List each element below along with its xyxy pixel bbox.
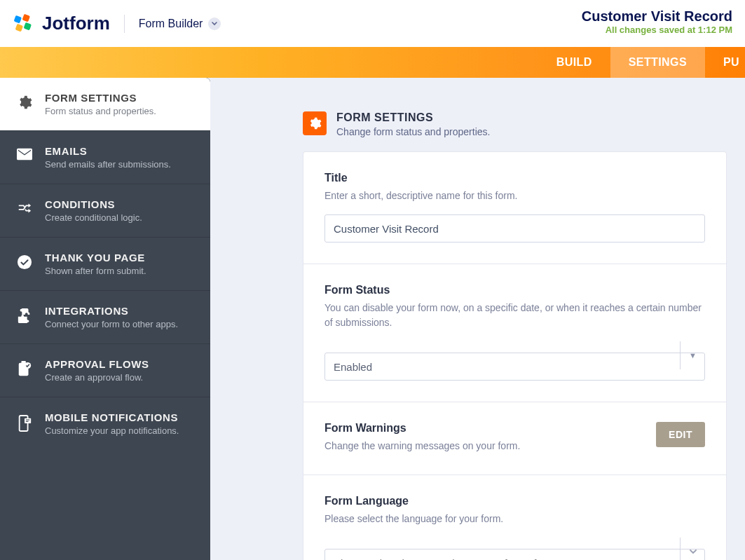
sidebar-item-desc: Connect your form to other apps. xyxy=(45,319,178,329)
svg-rect-10 xyxy=(26,420,30,421)
workspace: FORM SETTINGS Form status and properties… xyxy=(0,78,745,560)
mail-icon xyxy=(15,148,34,161)
svg-rect-2 xyxy=(15,23,24,32)
svg-point-4 xyxy=(18,255,32,269)
field-description: You can disable your form now, on a spec… xyxy=(324,301,705,330)
chevron-down-icon xyxy=(680,538,705,560)
save-status: All changes saved at 1:12 PM xyxy=(582,25,732,35)
jotform-logo-icon xyxy=(13,13,34,34)
sidebar-item-label: FORM SETTINGS xyxy=(45,92,156,104)
shuffle-icon xyxy=(15,201,34,215)
sidebar-item-label: THANK YOU PAGE xyxy=(45,252,146,264)
field-description: Change the warning messages on your form… xyxy=(324,439,520,453)
form-status-value[interactable] xyxy=(324,353,705,381)
main-tabs: BUILD SETTINGS PU xyxy=(0,47,745,78)
page-header: FORM SETTINGS Change form status and pro… xyxy=(303,111,727,137)
sidebar-item-form-settings[interactable]: FORM SETTINGS Form status and properties… xyxy=(0,78,210,131)
field-label: Form Status xyxy=(324,284,705,296)
form-name: Customer Visit Record xyxy=(582,8,732,25)
caret-down-icon: ▼ xyxy=(680,341,705,369)
sidebar-item-label: APPROVAL FLOWS xyxy=(45,358,149,370)
sidebar-item-integrations[interactable]: INTEGRATIONS Connect your form to other … xyxy=(0,291,210,344)
svg-rect-3 xyxy=(24,22,32,30)
sidebar-item-thank-you-page[interactable]: THANK YOU PAGE Shown after form submit. xyxy=(0,238,210,291)
sidebar-item-label: EMAILS xyxy=(45,145,171,157)
builder-mode-dropdown[interactable]: Form Builder xyxy=(139,18,221,30)
field-label: Form Warnings xyxy=(324,422,520,435)
card-title: Title Enter a short, descriptive name fo… xyxy=(303,151,727,264)
brand-logo[interactable]: Jotform xyxy=(13,13,110,34)
top-bar: Jotform Form Builder Customer Visit Reco… xyxy=(0,0,745,47)
form-language-select[interactable] xyxy=(324,538,705,560)
sidebar-item-mobile-notifications[interactable]: MOBILE NOTIFICATIONS Customize your app … xyxy=(0,397,210,450)
form-title-input[interactable] xyxy=(324,214,705,243)
sidebar-item-label: INTEGRATIONS xyxy=(45,305,178,317)
sidebar-item-desc: Customize your app notifications. xyxy=(45,425,179,436)
page-subtitle: Change form status and properties. xyxy=(336,126,490,137)
sidebar-item-approval-flows[interactable]: APPROVAL FLOWS Create an approval flow. xyxy=(0,344,210,397)
settings-sidebar: FORM SETTINGS Form status and properties… xyxy=(0,78,210,560)
tab-build[interactable]: BUILD xyxy=(538,47,610,78)
brand-name: Jotform xyxy=(42,13,110,34)
tab-publish[interactable]: PU xyxy=(705,47,745,78)
svg-rect-9 xyxy=(25,418,31,423)
card-form-status: Form Status You can disable your form no… xyxy=(303,264,727,402)
svg-rect-11 xyxy=(26,421,29,422)
sidebar-item-desc: Shown after form submit. xyxy=(45,266,146,276)
svg-rect-0 xyxy=(14,15,22,23)
divider xyxy=(124,15,125,33)
clipboard-check-icon xyxy=(15,361,34,378)
edit-warnings-button[interactable]: EDIT xyxy=(656,422,705,447)
form-language-value[interactable] xyxy=(324,549,705,560)
sidebar-item-conditions[interactable]: CONDITIONS Create conditional logic. xyxy=(0,184,210,238)
svg-rect-1 xyxy=(22,13,31,22)
form-status-select[interactable]: ▼ xyxy=(324,341,705,381)
field-description: Enter a short, descriptive name for this… xyxy=(324,189,705,203)
field-description: Please select the language for your form… xyxy=(324,512,705,526)
builder-mode-label: Form Builder xyxy=(139,18,203,30)
sidebar-item-desc: Form status and properties. xyxy=(45,106,156,116)
sidebar-item-emails[interactable]: EMAILS Send emails after submissions. xyxy=(0,131,210,184)
field-label: Title xyxy=(324,172,705,184)
card-form-language: Form Language Please select the language… xyxy=(303,474,727,560)
form-status-area: Customer Visit Record All changes saved … xyxy=(582,8,732,35)
page-title: FORM SETTINGS xyxy=(336,111,490,124)
gear-icon xyxy=(303,111,327,135)
field-label: Form Language xyxy=(324,495,705,507)
tab-settings[interactable]: SETTINGS xyxy=(610,47,705,78)
check-circle-icon xyxy=(15,254,34,270)
sidebar-item-label: CONDITIONS xyxy=(45,198,142,210)
card-form-warnings: Form Warnings Change the warning message… xyxy=(303,402,727,474)
puzzle-icon xyxy=(15,308,34,323)
sidebar-item-desc: Create conditional logic. xyxy=(45,212,142,223)
gear-icon xyxy=(15,95,34,110)
main-panel: FORM SETTINGS Change form status and pro… xyxy=(210,78,745,560)
sidebar-item-desc: Send emails after submissions. xyxy=(45,159,171,170)
sidebar-item-desc: Create an approval flow. xyxy=(45,372,149,383)
mobile-notification-icon xyxy=(15,414,34,432)
sidebar-item-label: MOBILE NOTIFICATIONS xyxy=(45,411,179,423)
chevron-down-icon xyxy=(208,18,221,30)
